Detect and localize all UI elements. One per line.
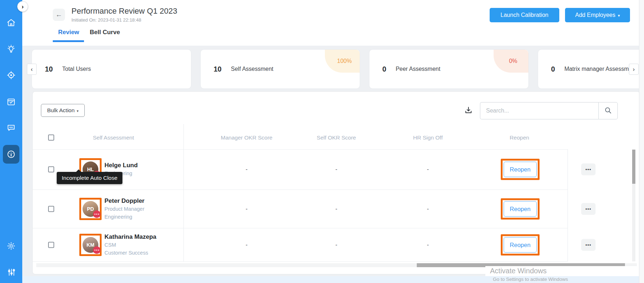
select-all-checkbox[interactable] [48,134,54,141]
download-button[interactable] [463,105,474,116]
performance-review-page: › ← Performance Review Q1 2023 Initiated… [0,0,644,283]
self-okr-score-cell: - [300,242,372,248]
employee-department: Customer Success [104,249,157,257]
page-scrollbar[interactable] [639,0,644,283]
reopen-highlight-box: Reopen [501,198,540,219]
column-header-self-assessment: Self Assessment [61,126,165,149]
search-input[interactable] [480,102,598,119]
row-checkbox[interactable] [48,166,54,173]
initiated-on-subtitle: Initiated On: 2023-01-31 22:18:48 [71,17,141,23]
avatar[interactable]: KM [83,237,98,253]
table-row: PD Peter Doppler Product Manager Enginee… [33,190,640,228]
table-row: KM Katharina Mazepa CSM Customer Success… [33,228,640,261]
stat-value: 10 [45,65,53,73]
reopen-button[interactable]: Reopen [504,201,537,216]
reopen-button[interactable]: Reopen [504,237,537,252]
carousel-next-button[interactable]: › [629,64,639,75]
self-okr-score-cell: - [300,166,372,173]
lightbulb-icon[interactable] [6,44,16,54]
stat-card-self-assessment: 10 Self Assessment 100% [200,49,360,89]
row-divider [33,261,568,262]
stat-label: Matrix manager Assessment [564,66,637,72]
activate-windows-watermark: Activate Windows [490,267,547,275]
calendar-check-icon[interactable] [6,97,16,106]
gauge-icon[interactable] [6,150,16,159]
caret-down-icon: ▾ [77,109,79,113]
launch-calibration-button[interactable]: Launch Calibration [490,8,559,22]
employee-name[interactable]: Peter Doppler [104,197,144,205]
sidebar [0,0,22,283]
carousel-prev-button[interactable]: ‹ [27,64,37,75]
employee-role: CSM [104,241,157,249]
completion-badge: 0% [494,50,528,73]
table-vertical-scrollbar[interactable] [632,150,635,261]
back-button[interactable]: ← [53,9,65,21]
caret-down-icon: ▾ [618,13,620,18]
row-more-button[interactable]: ••• [581,164,596,175]
tooltip: Incomplete Auto Close [57,172,122,184]
stat-label: Total Users [62,66,91,72]
avatar-highlight-box: PD [79,198,102,220]
manager-okr-score-cell: - [211,166,283,173]
employee-name[interactable]: Helge Lund [104,161,138,169]
download-icon [464,106,473,115]
search-icon [604,106,612,115]
stat-value: 0 [551,65,555,73]
avatar-initials: KM [87,242,94,248]
stat-value: 10 [214,65,221,73]
stat-card-matrix-manager: 0 Matrix manager Assessment [538,49,644,89]
stat-label: Self Assessment [231,66,273,72]
gear-icon[interactable] [6,241,16,251]
column-header-reopen: Reopen [484,126,555,149]
reopen-highlight-box: Reopen [501,234,540,255]
column-header-hr-sign-off: HR Sign Off [392,126,464,149]
manager-okr-score-cell: - [211,242,283,248]
sliders-icon[interactable] [6,268,16,277]
bulk-action-label: Bulk Action [47,107,75,113]
hr-sign-off-cell: - [392,206,464,212]
hr-sign-off-cell: - [392,166,464,173]
employee-department: Engineering [104,213,144,221]
column-header-self-okr: Self OKR Score [300,126,372,149]
self-okr-score-cell: - [300,206,372,212]
row-more-button[interactable]: ••• [581,239,596,251]
manager-okr-score-cell: - [211,206,283,212]
employee-name[interactable]: Katharina Mazepa [104,233,157,241]
employee-info: Peter Doppler Product Manager Engineerin… [104,197,144,221]
target-icon[interactable] [6,70,16,80]
vertical-scrollbar-thumb[interactable] [632,150,635,184]
avatar-highlight-box: KM [79,234,102,256]
tab-bell-curve[interactable]: Bell Curve [90,29,120,36]
header: ← Performance Review Q1 2023 Initiated O… [22,0,644,46]
tab-review[interactable]: Review [58,29,79,36]
sidebar-expand-button[interactable]: › [17,1,28,12]
stat-value: 0 [382,65,386,73]
stat-card-peer-assessment: 0 Peer Assessment 0% [369,49,529,89]
avatar-initials: HL [87,166,94,172]
chat-icon[interactable] [6,123,16,133]
avatar-initials: PD [87,206,94,212]
hr-sign-off-cell: - [392,242,464,248]
employee-role: Product Manager [104,205,144,213]
row-checkbox[interactable] [48,206,54,212]
incomplete-status-badge-icon[interactable] [93,210,101,218]
completion-badge: 100% [325,50,360,73]
search-group [480,102,618,119]
reopen-button[interactable]: Reopen [504,162,537,177]
activate-windows-watermark-subtitle: Go to Settings to activate Windows [493,277,568,282]
column-header-manager-okr: Manager OKR Score [211,126,283,149]
employee-info: Katharina Mazepa CSM Customer Success [104,233,157,257]
stat-card-total-users: 10 Total Users [32,49,191,89]
row-more-button[interactable]: ••• [581,203,596,215]
incomplete-status-badge-icon[interactable] [93,246,101,254]
add-employees-button[interactable]: Add Employees▾ [565,8,630,22]
home-icon[interactable] [6,18,16,27]
active-tab-underline [53,40,84,42]
avatar[interactable]: PD [83,201,98,217]
page-title: Performance Review Q1 2023 [71,6,177,16]
bulk-action-button[interactable]: Bulk Action▾ [41,104,85,117]
table-row: HL Helge Lund Engineering - - - Reopen •… [33,149,640,190]
search-button[interactable] [598,102,618,119]
row-checkbox[interactable] [48,242,54,248]
add-employees-label: Add Employees [575,12,615,18]
